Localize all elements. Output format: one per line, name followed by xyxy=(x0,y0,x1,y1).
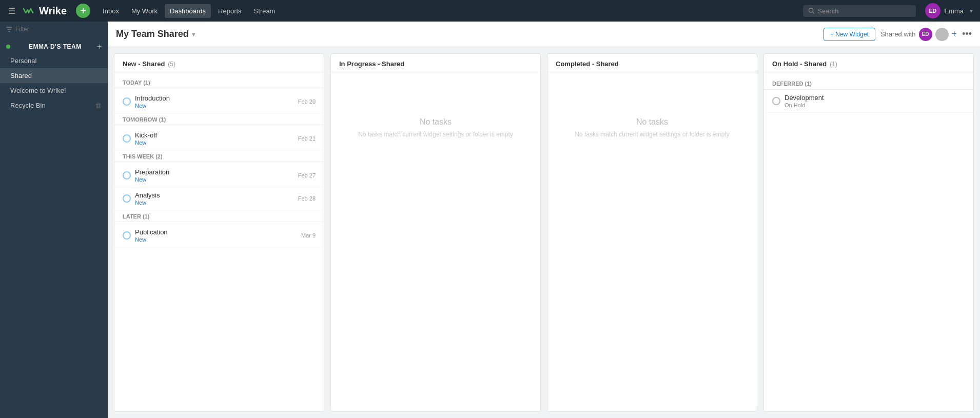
section-header: TODAY (1) xyxy=(114,76,324,88)
task-info: Preparation New xyxy=(135,168,294,183)
task-info: Development On Hold xyxy=(785,94,965,108)
shared-avatar-ed[interactable]: ED xyxy=(919,28,932,41)
sidebar-personal-label: Personal xyxy=(10,57,36,65)
user-avatar[interactable]: ED xyxy=(925,3,940,18)
section-header: THIS WEEK (2) xyxy=(114,150,324,162)
task-item[interactable]: Development On Hold xyxy=(764,90,973,113)
col-body-on-hold: DEFERRED (1) Development On Hold xyxy=(764,72,973,411)
nav-stream[interactable]: Stream xyxy=(249,4,281,18)
col-title: In Progress - Shared xyxy=(339,60,404,68)
trash-icon: 🗑 xyxy=(95,102,102,109)
logo-text: Wrike xyxy=(39,5,67,17)
task-item[interactable]: Publication New Mar 9 xyxy=(114,224,324,247)
sidebar-item-welcome[interactable]: Welcome to Wrike! xyxy=(0,83,108,98)
task-item[interactable]: Kick-off New Feb 21 xyxy=(114,127,324,150)
main-content: My Team Shared ▾ + New Widget Shared wit… xyxy=(108,22,980,418)
col-new-shared: New - Shared (5)TODAY (1) Introduction N… xyxy=(114,53,324,412)
task-checkbox[interactable] xyxy=(123,231,131,240)
task-checkbox[interactable] xyxy=(772,97,780,105)
task-info: Analysis New xyxy=(135,191,294,206)
task-checkbox[interactable] xyxy=(123,171,131,180)
more-button[interactable]: ••• xyxy=(962,29,972,39)
col-header-new-shared: New - Shared (5) xyxy=(114,54,324,72)
task-checkbox[interactable] xyxy=(123,134,131,143)
add-shared-button[interactable]: + xyxy=(952,29,957,39)
task-status: New xyxy=(135,236,297,243)
col-body-new-shared: TODAY (1) Introduction New Feb 20 TOMORR… xyxy=(114,72,324,411)
shared-with-label: Shared with xyxy=(880,30,916,38)
task-checkbox[interactable] xyxy=(123,97,131,106)
task-date: Mar 9 xyxy=(301,232,316,238)
task-status: New xyxy=(135,140,294,146)
section-header: TOMORROW (1) xyxy=(114,113,324,125)
nav-links: Inbox My Work Dashboards Reports Stream xyxy=(97,4,798,18)
deferred-header: DEFERRED (1) xyxy=(764,76,973,89)
no-tasks-sub: No tasks match current widget settings o… xyxy=(575,131,729,138)
task-info: Kick-off New xyxy=(135,131,294,146)
task-name: Introduction xyxy=(135,94,294,102)
no-tasks-title: No tasks xyxy=(420,117,452,127)
user-name[interactable]: Emma xyxy=(945,7,964,15)
nav-dashboards[interactable]: Dashboards xyxy=(165,4,211,18)
sidebar-recycle-label: Recycle Bin xyxy=(10,102,46,109)
filter-icon xyxy=(6,26,12,32)
sidebar-item-personal[interactable]: Personal xyxy=(0,53,108,68)
task-item[interactable]: Introduction New Feb 20 xyxy=(114,90,324,113)
col-body-completed: No tasks No tasks match current widget s… xyxy=(547,72,757,411)
task-status: New xyxy=(135,176,294,183)
sidebar-item-shared[interactable]: Shared xyxy=(0,68,108,83)
task-date: Feb 21 xyxy=(298,135,316,142)
dashboard-actions: + New Widget Shared with ED + ••• xyxy=(824,28,972,41)
team-dot xyxy=(6,45,10,49)
search-input[interactable] xyxy=(817,7,910,15)
nav-my-work[interactable]: My Work xyxy=(126,4,163,18)
nav-inbox[interactable]: Inbox xyxy=(97,4,124,18)
add-button[interactable]: + xyxy=(76,4,90,18)
nav-reports[interactable]: Reports xyxy=(213,4,247,18)
task-info: Publication New xyxy=(135,228,297,243)
app-layout: EMMA D'S TEAM + Personal Shared Welcome … xyxy=(0,0,980,418)
board: New - Shared (5)TODAY (1) Introduction N… xyxy=(108,47,980,418)
new-widget-label: + New Widget xyxy=(830,31,869,38)
col-in-progress: In Progress - SharedNo tasks No tasks ma… xyxy=(330,53,541,412)
wrike-logo-icon xyxy=(22,4,36,18)
col-count: (1) xyxy=(830,61,837,68)
user-dropdown-icon[interactable]: ▼ xyxy=(969,8,974,14)
svg-rect-0 xyxy=(22,4,36,18)
dashboard-header: My Team Shared ▾ + New Widget Shared wit… xyxy=(108,22,980,47)
shared-avatar-gray[interactable] xyxy=(935,28,949,41)
col-body-in-progress: No tasks No tasks match current widget s… xyxy=(331,72,540,411)
task-info: Introduction New xyxy=(135,94,294,109)
no-tasks-title: No tasks xyxy=(636,117,668,127)
search-bar[interactable] xyxy=(803,5,916,17)
task-date: Feb 20 xyxy=(298,98,316,105)
team-header: EMMA D'S TEAM + xyxy=(6,42,102,51)
new-widget-button[interactable]: + New Widget xyxy=(824,28,875,41)
team-add-button[interactable]: + xyxy=(97,42,102,51)
task-name: Analysis xyxy=(135,191,294,199)
task-item[interactable]: Analysis New Feb 28 xyxy=(114,187,324,210)
dashboard-dropdown-arrow[interactable]: ▾ xyxy=(192,31,195,38)
team-name: EMMA D'S TEAM xyxy=(29,43,82,50)
task-status: On Hold xyxy=(785,102,965,108)
no-tasks-placeholder: No tasks No tasks match current widget s… xyxy=(331,76,540,179)
top-nav: ☰ Wrike + Inbox My Work Dashboards Repor… xyxy=(0,0,980,22)
hamburger-button[interactable]: ☰ xyxy=(6,4,17,18)
filter-input[interactable] xyxy=(15,26,92,33)
task-date: Feb 27 xyxy=(298,172,316,178)
col-header-on-hold: On Hold - Shared (1) xyxy=(764,54,973,72)
dashboard-title: My Team Shared ▾ xyxy=(116,29,195,39)
task-name: Kick-off xyxy=(135,131,294,139)
task-status: New xyxy=(135,103,294,109)
task-item[interactable]: Preparation New Feb 27 xyxy=(114,164,324,187)
sidebar-filter xyxy=(0,22,108,37)
svg-line-2 xyxy=(812,12,814,13)
app-logo: Wrike xyxy=(22,4,67,18)
sidebar-item-recycle[interactable]: Recycle Bin 🗑 xyxy=(0,98,108,113)
col-on-hold: On Hold - Shared (1)DEFERRED (1) Develop… xyxy=(763,53,974,412)
task-status: New xyxy=(135,200,294,206)
sidebar-welcome-label: Welcome to Wrike! xyxy=(10,87,66,94)
task-name: Development xyxy=(785,94,965,102)
task-date: Feb 28 xyxy=(298,195,316,202)
task-checkbox[interactable] xyxy=(123,194,131,203)
